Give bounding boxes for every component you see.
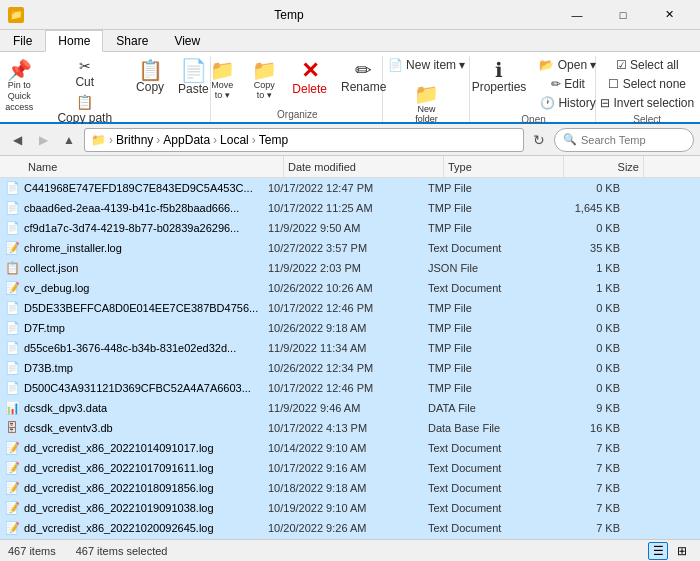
- table-row[interactable]: 📊 dcsdk_dpv3.data 11/9/2022 9:46 AM DATA…: [0, 398, 700, 418]
- organize-label: Organize: [277, 107, 318, 120]
- file-size: 7 KB: [548, 462, 628, 474]
- properties-button[interactable]: ℹ Properties: [466, 56, 533, 98]
- file-type: Text Document: [428, 462, 548, 474]
- path-segment-brithny[interactable]: Brithny: [116, 133, 153, 147]
- table-row[interactable]: 📄 D7F.tmp 10/26/2022 9:18 AM TMP File 0 …: [0, 318, 700, 338]
- delete-button[interactable]: ✕ Delete: [286, 56, 333, 100]
- file-icon: 📊: [4, 400, 20, 416]
- file-name: D500C43A931121D369CFBC52A4A7A6603...: [24, 382, 268, 394]
- file-icon: 📝: [4, 440, 20, 456]
- file-date: 10/19/2022 9:10 AM: [268, 502, 428, 514]
- table-row[interactable]: 📝 cv_debug.log 10/26/2022 10:26 AM Text …: [0, 278, 700, 298]
- ribbon-tab-home[interactable]: Home: [45, 30, 103, 52]
- file-type: TMP File: [428, 362, 548, 374]
- file-date: 11/9/2022 9:50 AM: [268, 222, 428, 234]
- close-button[interactable]: ✕: [646, 0, 692, 30]
- history-button[interactable]: 🕐 History: [534, 94, 601, 112]
- file-name: D7F.tmp: [24, 322, 268, 334]
- move-to-button[interactable]: 📁 Moveto ▾: [202, 56, 242, 104]
- minimize-button[interactable]: —: [554, 0, 600, 30]
- table-row[interactable]: 📄 cbaad6ed-2eaa-4139-b41c-f5b28baad666..…: [0, 198, 700, 218]
- file-type: TMP File: [428, 222, 548, 234]
- ribbon-tab-view[interactable]: View: [161, 30, 213, 51]
- select-all-button[interactable]: ☑ Select all: [595, 56, 699, 74]
- address-path[interactable]: 📁 › Brithny › AppData › Local › Temp: [84, 128, 524, 152]
- forward-button[interactable]: ▶: [32, 129, 54, 151]
- file-size: 7 KB: [548, 442, 628, 454]
- pin-button[interactable]: 📌 Pin to Quickaccess: [0, 56, 39, 116]
- table-row[interactable]: 📋 collect.json 11/9/2022 2:03 PM JSON Fi…: [0, 258, 700, 278]
- copy-path-button[interactable]: 📋 Copy path: [41, 92, 128, 127]
- path-separator: ›: [156, 133, 160, 147]
- back-button[interactable]: ◀: [6, 129, 28, 151]
- cut-button[interactable]: ✂ Cut: [41, 56, 128, 91]
- file-type: Data Base File: [428, 422, 548, 434]
- new-item-button[interactable]: 📄 New item ▾: [383, 56, 471, 74]
- file-icon: 📄: [4, 300, 20, 316]
- file-size: 0 KB: [548, 302, 628, 314]
- file-type: TMP File: [428, 322, 548, 334]
- maximize-button[interactable]: □: [600, 0, 646, 30]
- title-bar-icons: 📁: [8, 7, 24, 23]
- copy-to-button[interactable]: 📁 Copyto ▾: [244, 56, 284, 104]
- file-size: 1 KB: [548, 262, 628, 274]
- select-none-button[interactable]: ☐ Select none: [595, 75, 699, 93]
- col-header-date[interactable]: Date modified: [284, 156, 444, 178]
- table-row[interactable]: 📄 D500C43A931121D369CFBC52A4A7A6603... 1…: [0, 378, 700, 398]
- file-list: 📄 C441968E747EFD189C7E843ED9C5A453C... 1…: [0, 178, 700, 539]
- search-input[interactable]: [581, 134, 700, 146]
- large-icons-button[interactable]: ⊞: [672, 542, 692, 560]
- col-header-name[interactable]: Name: [24, 156, 284, 178]
- table-row[interactable]: 📄 cf9d1a7c-3d74-4219-8b77-b02839a26296..…: [0, 218, 700, 238]
- file-type: Text Document: [428, 482, 548, 494]
- file-date: 10/17/2022 12:47 PM: [268, 182, 428, 194]
- ribbon-tabs: FileHomeShareView: [0, 30, 700, 52]
- ribbon-group-select: ☑ Select all ☐ Select none ⊟ Invert sele…: [598, 56, 696, 122]
- invert-selection-button[interactable]: ⊟ Invert selection: [595, 94, 699, 112]
- copy-button[interactable]: 📋 Copy: [130, 56, 170, 98]
- up-button[interactable]: ▲: [58, 129, 80, 151]
- file-type: JSON File: [428, 262, 548, 274]
- file-icon: 📝: [4, 240, 20, 256]
- col-header-type[interactable]: Type: [444, 156, 564, 178]
- details-view-button[interactable]: ☰: [648, 542, 668, 560]
- ribbon-tab-file[interactable]: File: [0, 30, 45, 51]
- app-icon: 📁: [8, 7, 24, 23]
- file-date: 11/9/2022 11:34 AM: [268, 342, 428, 354]
- ribbon-tab-share[interactable]: Share: [103, 30, 161, 51]
- path-segment-appdata[interactable]: AppData: [163, 133, 210, 147]
- ribbon-group-new: 📄 New item ▾ 📁 Newfolder New: [385, 56, 470, 122]
- file-icon: 📝: [4, 500, 20, 516]
- file-date: 11/9/2022 9:46 AM: [268, 402, 428, 414]
- table-row[interactable]: 📄 D73B.tmp 10/26/2022 12:34 PM TMP File …: [0, 358, 700, 378]
- ribbon-group-clipboard: 📌 Pin to Quickaccess ✂ Cut 📋 Copy path 🔗…: [4, 56, 211, 122]
- table-row[interactable]: 📝 dd_vcredist_x86_20221020092645.log 10/…: [0, 518, 700, 538]
- file-date: 10/14/2022 9:10 AM: [268, 442, 428, 454]
- file-size: 7 KB: [548, 522, 628, 534]
- file-type: TMP File: [428, 302, 548, 314]
- path-segment-temp[interactable]: Temp: [259, 133, 288, 147]
- path-segment-local[interactable]: Local: [220, 133, 249, 147]
- table-row[interactable]: 📝 dd_vcredist_x86_20221018091856.log 10/…: [0, 478, 700, 498]
- table-row[interactable]: 📝 dd_vcredist_x86_20221019091038.log 10/…: [0, 498, 700, 518]
- file-date: 10/26/2022 12:34 PM: [268, 362, 428, 374]
- edit-button[interactable]: ✏ Edit: [534, 75, 601, 93]
- file-type: Text Document: [428, 522, 548, 534]
- file-size: 0 KB: [548, 342, 628, 354]
- new-folder-button[interactable]: 📁 Newfolder: [383, 80, 471, 128]
- table-row[interactable]: 📝 dd_vcredist_x86_20221017091611.log 10/…: [0, 458, 700, 478]
- col-header-size[interactable]: Size: [564, 156, 644, 178]
- open-button[interactable]: 📂 Open ▾: [534, 56, 601, 74]
- table-row[interactable]: 📄 d55ce6b1-3676-448c-b34b-831e02ed32d...…: [0, 338, 700, 358]
- table-row[interactable]: 📝 chrome_installer.log 10/27/2022 3:57 P…: [0, 238, 700, 258]
- file-icon: 📄: [4, 380, 20, 396]
- table-row[interactable]: 🗄 dcsdk_eventv3.db 10/17/2022 4:13 PM Da…: [0, 418, 700, 438]
- table-row[interactable]: 📝 dd_vcredist_x86_20221014091017.log 10/…: [0, 438, 700, 458]
- file-icon: 📄: [4, 220, 20, 236]
- file-size: 0 KB: [548, 322, 628, 334]
- table-row[interactable]: 📄 D5DE33BEFFCA8D0E014EE7CE387BD4756... 1…: [0, 298, 700, 318]
- refresh-button[interactable]: ↻: [528, 129, 550, 151]
- file-date: 10/27/2022 3:57 PM: [268, 242, 428, 254]
- file-date: 10/17/2022 11:25 AM: [268, 202, 428, 214]
- table-row[interactable]: 📄 C441968E747EFD189C7E843ED9C5A453C... 1…: [0, 178, 700, 198]
